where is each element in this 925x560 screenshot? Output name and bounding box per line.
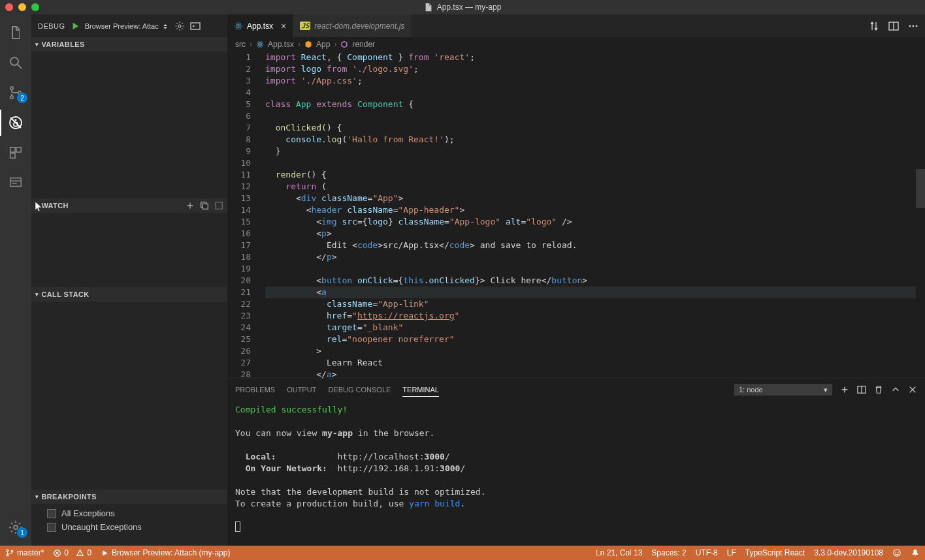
settings-gear-icon[interactable]: 1 [0,514,31,540]
eol-status[interactable]: LF [727,548,736,557]
tab-app-tsx[interactable]: App.tsx × [227,14,293,37]
line-gutter: 1234567891011121314151617181920212223242… [227,52,260,379]
svg-rect-7 [10,148,15,152]
breadcrumb-item[interactable]: src [235,40,246,49]
svg-point-42 [898,552,898,552]
encoding-status[interactable]: UTF-8 [696,548,718,557]
svg-point-6 [15,119,17,121]
debug-label: DEBUG [38,22,65,30]
svg-point-27 [916,25,918,27]
breakpoints-section-body: All Exceptions Uncaught Exceptions [31,504,227,537]
svg-point-39 [80,554,80,555]
svg-point-40 [894,550,901,557]
debug-console-toggle-icon[interactable] [190,21,201,31]
debug-toolbar: DEBUG Browser Preview: Attac [31,14,227,37]
maximize-panel-icon[interactable] [891,385,900,394]
file-icon [424,3,433,12]
errors-status[interactable]: 0 0 [53,548,91,557]
extensions-icon[interactable] [0,140,31,166]
bottom-panel: PROBLEMS OUTPUT DEBUG CONSOLE TERMINAL 1… [227,379,925,546]
terminal-cursor [235,521,240,532]
callstack-section-header[interactable]: ▾ CALL STACK [31,287,227,302]
terminal-select[interactable]: 1: node [734,384,832,396]
chevron-right-icon: › [334,40,336,49]
minimap-thumb[interactable] [916,169,925,208]
tab-react-dom-dev[interactable]: JS react-dom.development.js [293,14,412,37]
kill-terminal-icon[interactable] [874,385,883,394]
terminal-output[interactable]: Compiled successfully! You can now view … [227,400,925,546]
debug-icon[interactable] [0,110,31,136]
breakpoints-section-header[interactable]: ▾ BREAKPOINTS [31,490,227,504]
panel-tabs: PROBLEMS OUTPUT DEBUG CONSOLE TERMINAL 1… [227,379,925,400]
svg-point-19 [238,25,239,26]
breakpoint-uncaught-exceptions[interactable]: Uncaught Exceptions [31,520,227,534]
collapse-all-icon[interactable] [200,201,209,210]
new-terminal-icon[interactable] [840,385,849,394]
split-editor-icon[interactable] [888,21,899,31]
search-icon[interactable] [0,50,31,76]
watch-section-header[interactable]: ▾ WATCH [31,198,227,213]
debug-config-label: Browser Preview: Attac [85,22,159,30]
debug-settings-icon[interactable] [174,21,185,31]
svg-point-28 [259,44,261,45]
explorer-icon[interactable] [0,20,31,46]
breakpoint-all-exceptions[interactable]: All Exceptions [31,506,227,520]
checkbox[interactable] [47,523,56,532]
close-panel-icon[interactable] [908,385,917,394]
indentation-status[interactable]: Spaces: 2 [651,548,686,557]
compare-changes-icon[interactable] [869,21,879,31]
browser-preview-icon[interactable] [0,170,31,196]
feedback-icon[interactable] [892,548,901,557]
svg-point-35 [7,554,8,556]
minimap[interactable] [916,52,925,379]
code-editor[interactable]: import React, { Component } from 'react'… [260,52,925,379]
remove-all-icon[interactable] [214,201,223,210]
watch-label: WATCH [41,202,69,210]
chevron-down-icon: ▾ [35,493,39,500]
breadcrumb-item[interactable]: App.tsx [268,40,294,49]
tab-label: App.tsx [247,22,273,31]
add-watch-icon[interactable] [186,201,195,210]
breadcrumbs[interactable]: src › App.tsx › App › render [227,37,925,52]
editor-actions [869,14,925,37]
editor-tabs: App.tsx × JS react-dom.development.js [227,14,925,37]
svg-rect-10 [10,178,22,187]
notifications-icon[interactable] [911,548,920,557]
start-debug-button[interactable] [71,22,80,31]
editor-content[interactable]: 1234567891011121314151617181920212223242… [227,52,925,379]
svg-point-25 [909,25,911,27]
activity-bar: 2 1 [0,14,31,546]
debug-config-select[interactable]: Browser Preview: Attac [85,22,169,30]
svg-rect-18 [216,202,223,210]
language-status[interactable]: TypeScript React [745,548,805,557]
class-symbol-icon [304,40,312,48]
debug-sidebar: DEBUG Browser Preview: Attac ▾ VARIABLES… [31,14,227,546]
terminal-tab[interactable]: TERMINAL [402,383,439,397]
callstack-label: CALL STACK [41,290,89,298]
svg-rect-8 [16,148,21,152]
svg-point-3 [10,96,13,99]
debug-target-status[interactable]: Browser Preview: Attach (my-app) [101,548,230,557]
cursor-position-status[interactable]: Ln 21, Col 13 [596,548,642,557]
terminal-select-label: 1: node [739,386,763,394]
variables-section-header[interactable]: ▾ VARIABLES [31,37,227,52]
close-tab-icon[interactable]: × [281,21,286,31]
status-bar: master* 0 0 Browser Preview: Attach (my-… [0,546,925,560]
js-file-icon: JS [300,22,310,30]
split-terminal-icon[interactable] [857,385,866,394]
checkbox[interactable] [47,509,56,518]
svg-point-2 [10,87,13,89]
git-branch-status[interactable]: master* [5,548,44,557]
source-control-icon[interactable]: 2 [0,80,31,106]
breadcrumb-item[interactable]: render [352,40,375,49]
chevron-down-icon: ▾ [35,291,39,298]
react-file-icon [256,40,264,48]
more-actions-icon[interactable] [908,21,918,31]
editor-area: App.tsx × JS react-dom.development.js sr… [227,14,925,546]
typescript-version-status[interactable]: 3.3.0-dev.20190108 [814,548,883,557]
svg-point-34 [7,550,8,552]
problems-tab[interactable]: PROBLEMS [235,383,275,396]
output-tab[interactable]: OUTPUT [287,383,316,396]
debug-console-tab[interactable]: DEBUG CONSOLE [328,383,391,396]
breadcrumb-item[interactable]: App [316,40,330,49]
